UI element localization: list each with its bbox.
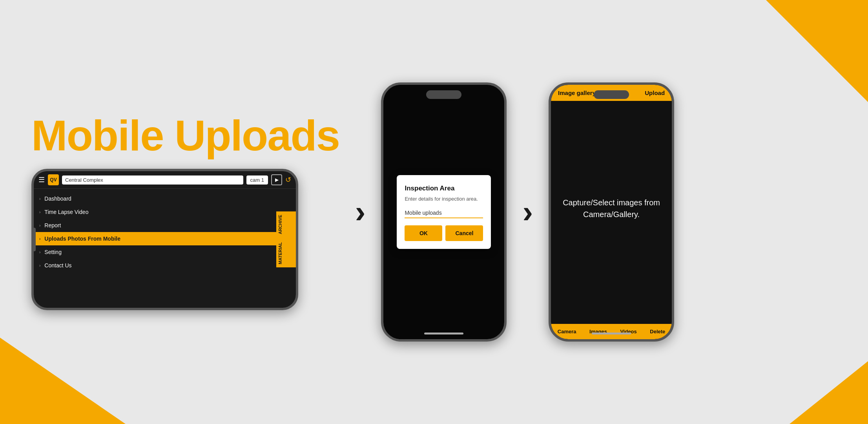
dialog-cancel-button[interactable]: Cancel [445, 225, 483, 241]
archive-panel: ARCHIVE [276, 212, 296, 238]
material-panel: MATERIAL [276, 239, 296, 267]
dialog-title: Inspection Area [405, 185, 483, 192]
sidebar-label-uploads: Uploads Photos From Mobile [44, 236, 120, 242]
phone-2-screen: Inspection Area Enter details for inspec… [383, 85, 504, 339]
page-title: Mobile Uploads [31, 114, 339, 157]
sidebar-menu: › Dashboard › Time Lapse Video › Report … [34, 189, 296, 275]
phone-2-notch [426, 90, 461, 99]
sidebar-label-contact: Contact Us [44, 262, 71, 269]
sidebar-label-report: Report [44, 222, 61, 228]
sidebar-item-timelapse[interactable]: › Time Lapse Video [34, 205, 296, 219]
upload-label[interactable]: Upload [645, 90, 665, 96]
side-panels: ARCHIVE MATERIAL [276, 171, 296, 308]
arrow-1: › [355, 194, 366, 230]
app-logo: QV [48, 174, 59, 185]
dialog-ok-button[interactable]: OK [405, 225, 442, 241]
chevron-icon: › [39, 197, 40, 201]
sidebar-item-uploads[interactable]: › Uploads Photos From Mobile [34, 232, 296, 245]
sidebar-item-contact[interactable]: › Contact Us [34, 259, 296, 272]
footer-camera-btn[interactable]: Camera [558, 329, 576, 334]
dialog-overlay: Inspection Area Enter details for inspec… [383, 85, 504, 339]
sidebar-label-dashboard: Dashboard [44, 196, 71, 202]
app-header: ☰ QV Central Complex cam 1 ▶ ↺ [34, 171, 296, 189]
sidebar-item-setting[interactable]: › Setting [34, 245, 296, 259]
inspection-dialog: Inspection Area Enter details for inspec… [397, 175, 491, 249]
phone-1-mockup: ☰ QV Central Complex cam 1 ▶ ↺ › Dashboa… [31, 169, 298, 310]
chevron-icon: › [39, 250, 40, 254]
sidebar-label-setting: Setting [44, 249, 62, 255]
phone-3-screen: Image gallery Upload Capture/Select imag… [551, 85, 672, 339]
hamburger-icon[interactable]: ☰ [38, 175, 45, 184]
chevron-icon: › [39, 263, 40, 268]
main-content: Mobile Uploads ☰ QV Central Complex cam … [0, 0, 868, 424]
left-section: Mobile Uploads ☰ QV Central Complex cam … [31, 114, 339, 310]
search-bar[interactable]: Central Complex [62, 175, 243, 185]
chevron-icon: › [39, 210, 40, 214]
phone-3-home-bar [592, 333, 631, 334]
sidebar-label-timelapse: Time Lapse Video [44, 209, 88, 215]
gallery-instruction-text: Capture/Select images from Camera/Galler… [559, 197, 664, 220]
camera-selector[interactable]: cam 1 [246, 175, 268, 185]
chevron-icon: › [39, 223, 40, 228]
arrow-2: › [522, 194, 533, 230]
phone-3-body: Capture/Select images from Camera/Galler… [551, 101, 672, 316]
phone-2-mockup: Inspection Area Enter details for inspec… [381, 82, 507, 342]
phone-1-screen: ☰ QV Central Complex cam 1 ▶ ↺ › Dashboa… [34, 171, 296, 308]
phone-2-home-bar [424, 333, 463, 334]
phone-3-mockup: Image gallery Upload Capture/Select imag… [549, 82, 674, 342]
sidebar-item-dashboard[interactable]: › Dashboard [34, 192, 296, 205]
phone-1-notch [33, 228, 36, 251]
dialog-buttons: OK Cancel [405, 225, 483, 241]
chevron-icon: › [39, 237, 40, 241]
dialog-subtitle: Enter details for inspection area. [405, 196, 483, 203]
phone-3-notch [594, 90, 629, 99]
phone-3-footer: Camera Images Videos Delete [551, 324, 672, 339]
dialog-input[interactable] [405, 208, 483, 218]
sidebar-item-report[interactable]: › Report [34, 219, 296, 232]
gallery-title: Image gallery [558, 90, 596, 96]
footer-delete-btn[interactable]: Delete [650, 329, 665, 334]
